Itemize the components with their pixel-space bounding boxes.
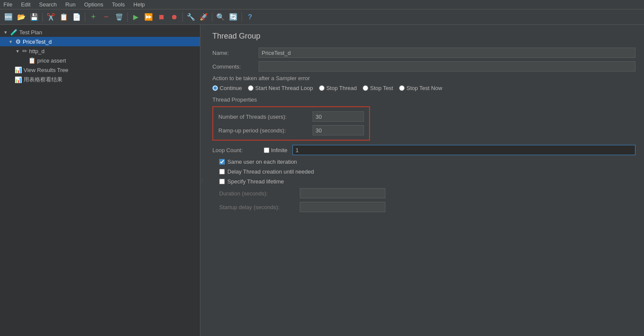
sidebar-tree: ▼ 🧪 Test Plan ▼ ⚙ PriceTest_d ▼ ✏ http_d… [0,25,200,336]
radio-stop-thread-label: Stop Thread [326,85,357,91]
specify-lifetime-checkbox[interactable] [219,179,225,184]
sep3 [127,12,128,22]
remote-start-button[interactable]: 🚀 [198,11,210,23]
menu-edit[interactable]: Edit [19,0,32,9]
tree-arrow-price-test-d: ▼ [9,39,13,44]
sep2 [85,12,85,22]
delay-thread-label: Delay Thread creation until needed [227,168,314,175]
open-button[interactable]: 📂 [15,11,27,23]
clear-button[interactable]: 🗑️ [113,11,125,23]
specify-lifetime-label: Specify Thread lifetime [227,178,284,185]
radio-continue[interactable]: Continue [212,85,242,91]
radio-start-next-label: Start Next Thread Loop [255,85,313,91]
radio-stop-thread[interactable]: Stop Thread [319,85,357,91]
menu-search[interactable]: Search [37,0,58,9]
sep5 [212,12,212,22]
sidebar-label-http-d: http_d [29,48,45,54]
sidebar-item-http-d[interactable]: ▼ ✏ http_d [0,46,200,56]
test-plan-icon: 🧪 [10,29,18,36]
stop-button[interactable]: ⏹ [155,11,167,23]
main-layout: ▼ 🧪 Test Plan ▼ ⚙ PriceTest_d ▼ ✏ http_d… [0,25,644,336]
radio-continue-input[interactable] [212,85,218,91]
add-button[interactable]: + [87,11,99,23]
thread-props-section-title: Thread Properties [212,96,635,103]
cut-button[interactable]: ✂️ [45,11,57,23]
duration-label: Duration (seconds): [219,190,296,197]
sidebar-label-price-assert: price assert [37,57,66,64]
content-panel: Thread Group Name: Comments: Action to b… [204,25,644,336]
menu-help[interactable]: Help [132,0,147,9]
sidebar-item-view-results-tree[interactable]: ▶ 📊 View Results Tree [0,65,200,75]
remove-button[interactable]: − [100,11,112,23]
num-threads-input[interactable] [313,111,364,122]
sep6 [242,12,242,22]
panel-title: Thread Group [212,32,635,41]
radio-stop-test-now[interactable]: Stop Test Now [399,85,442,91]
name-row: Name: [212,48,635,58]
startup-delay-input[interactable] [300,202,385,212]
sidebar-item-test-plan[interactable]: ▼ 🧪 Test Plan [0,27,200,37]
toolbar: 🆕 📂 💾 ✂️ 📋 📄 + − 🗑️ ▶ ⏩ ⏹ ⏺ 🔧 🚀 🔍 🔄 ? [0,9,644,25]
radio-stop-thread-input[interactable] [319,85,325,91]
menu-tools[interactable]: Tools [110,0,126,9]
sidebar-label-price-test-d: PriceTest_d [23,39,52,45]
new-button[interactable]: 🆕 [3,11,15,23]
sidebar-label-test-plan: Test Plan [19,29,42,36]
radio-start-next-input[interactable] [248,85,253,91]
same-user-checkbox[interactable] [219,159,225,165]
radio-stop-test-now-label: Stop Test Now [406,85,442,91]
num-threads-row: Number of Threads (users): [218,111,364,122]
infinite-checkbox[interactable] [264,147,269,153]
sep4 [182,12,183,22]
start-no-pause-button[interactable]: ⏩ [143,11,155,23]
sidebar-item-price-assert[interactable]: ▶ 📋 price assert [0,56,200,65]
name-input[interactable] [259,48,635,58]
sep1 [42,12,43,22]
startup-delay-label: Startup delay (seconds): [219,204,296,210]
help-button[interactable]: ? [244,11,256,23]
run-button[interactable]: ▶ [130,11,142,23]
delay-thread-checkbox[interactable] [219,169,225,174]
shutdown-button[interactable]: ⏺ [168,11,180,23]
radio-stop-test-label: Stop Test [370,85,393,91]
remote-button[interactable]: 🔧 [185,11,197,23]
clear-all-button[interactable]: 🔄 [227,11,239,23]
num-threads-label: Number of Threads (users): [218,114,313,120]
same-user-row: Same user on each iteration [212,159,635,165]
comments-label: Comments: [212,63,255,70]
price-assert-icon: 📋 [28,57,36,64]
menu-bar: File Edit Search Run Options Tools Help [0,0,644,9]
radio-stop-test[interactable]: Stop Test [363,85,393,91]
radio-stop-test-now-input[interactable] [399,85,405,91]
name-label: Name: [212,50,255,56]
delay-thread-row: Delay Thread creation until needed [212,168,635,175]
infinite-checkbox-label[interactable]: Infinite [264,147,287,153]
radio-stop-test-input[interactable] [363,85,368,91]
save-button[interactable]: 💾 [28,11,40,23]
menu-file[interactable]: File [2,0,14,9]
resize-divider[interactable]: ⋮ [200,25,204,336]
tree-arrow-test-plan: ▼ [3,30,8,35]
action-radio-group: Continue Start Next Thread Loop Stop Thr… [212,85,635,91]
loop-count-input[interactable] [292,145,635,155]
comments-row: Comments: [212,61,635,72]
duration-input[interactable] [300,188,385,198]
sidebar-label-table-view: 用表格察看结果 [24,76,63,84]
copy-button[interactable]: 📋 [58,11,70,23]
sidebar-item-price-test-d[interactable]: ▼ ⚙ PriceTest_d [0,37,200,46]
radio-continue-label: Continue [220,85,242,91]
ramp-up-input[interactable] [313,125,364,135]
loop-count-label: Loop Count: [212,147,255,153]
radio-start-next-thread-loop[interactable]: Start Next Thread Loop [248,85,313,91]
infinite-label: Infinite [271,147,287,153]
menu-run[interactable]: Run [64,0,78,9]
specify-lifetime-row: Specify Thread lifetime [212,178,635,185]
tree-arrow-http-d: ▼ [15,49,20,54]
menu-options[interactable]: Options [82,0,105,9]
sidebar-item-table-view[interactable]: ▶ 📊 用表格察看结果 [0,75,200,85]
search-button[interactable]: 🔍 [215,11,227,23]
paste-button[interactable]: 📄 [71,11,83,23]
price-test-d-icon: ⚙ [15,38,21,45]
comments-input[interactable] [259,61,635,72]
thread-props-box: Number of Threads (users): Ramp-up perio… [212,106,370,141]
